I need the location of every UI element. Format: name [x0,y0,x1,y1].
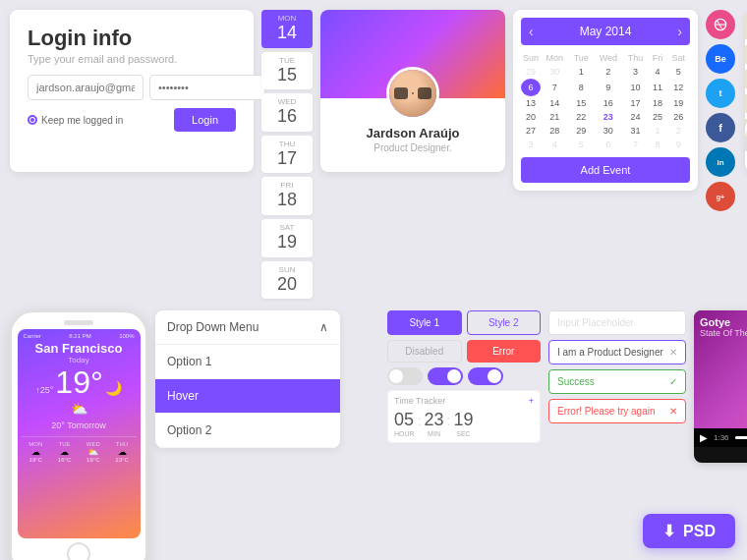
toggle-on2[interactable] [468,367,503,385]
login-title: Login info [28,26,236,51]
dropdown-option2[interactable]: Option 2 [155,414,340,448]
avatar [386,67,439,120]
tracker-display: 05 HOUR : 23 MIN : 19 SEC [394,410,534,437]
cal-day-sat[interactable]: SAT 19 [261,219,313,257]
radio-button[interactable] [28,115,37,125]
phone-mockup: Carrier 8:21 PM 100% San Francisco Today… [10,310,147,560]
cal-day-wed[interactable]: WED 16 [261,93,313,132]
status-bar: Carrier 8:21 PM 100% [22,333,137,339]
video-thumbnail: Gotye State Of The Art [694,310,747,428]
form-elements: Style 1 Style 2 Disabled Error Time Trac… [387,310,541,443]
style1-button[interactable]: Style 1 [387,310,462,335]
login-button[interactable]: Login [174,108,236,132]
input-fields: Input Placeholder I am a Product Designe… [548,310,686,423]
linkedin-icon[interactable]: in [706,147,735,177]
progress-bar[interactable] [735,436,747,439]
time-tracker: Time Tracker + 05 HOUR : 23 MIN : [387,390,541,443]
home-button[interactable] [67,542,90,560]
today-cell[interactable]: 6 [521,79,541,96]
cal-day-mon[interactable]: MON 14 [261,10,313,48]
temperature: 19° [55,364,102,401]
cal-day-tue[interactable]: TUE 15 [261,52,313,90]
cal-prev[interactable]: ‹ [529,24,534,39]
error-close-icon[interactable]: ✕ [669,406,677,417]
cal-day-thu[interactable]: THU 17 [261,136,313,174]
dropdown-card: Drop Down Menu ∧ Option 1 Hover Option 2 [155,310,340,448]
video-card: Gotye State Of The Art ▶ 1:36 -3:36 🔊 ⛶ [694,310,747,463]
phone-screen: Carrier 8:21 PM 100% San Francisco Today… [18,329,141,538]
phone-speaker [64,320,93,325]
profile-banner [320,10,505,98]
add-event-button[interactable]: Add Event [521,157,690,183]
play-button[interactable]: ▶ [700,432,708,443]
dropdown-header[interactable]: Drop Down Menu ∧ [155,310,340,345]
weekly-forecast: MON ☁ 19°C TUE ☁ 16°C WED ⛅ 16°C [22,436,137,467]
cal-day-sun[interactable]: SUN 20 [261,261,313,300]
video-controls: ▶ 1:36 -3:36 🔊 ⛶ [694,428,747,447]
dropdown-menu-card: Drop Down Menu ∧ Option 1 Hover Option 2 [155,310,340,448]
calendar-full: ‹ May 2014 › SunMonTueWedThuFriSat 29301… [513,10,698,191]
day-label: Today [22,356,137,364]
cal-day-fri[interactable]: FRI 18 [261,177,313,215]
psd-download-button[interactable]: ⬇ PSD [643,514,735,548]
email-input[interactable] [28,75,144,100]
close-icon[interactable]: ✕ [669,347,677,358]
profile-role: Product Designer. [330,142,495,153]
error-badge: Error [467,340,542,363]
toggle-on[interactable] [428,367,463,385]
tomorrow-label: 20° Tomorrow [22,420,137,430]
twitter-icon[interactable]: t [706,79,735,108]
dropdown-hover[interactable]: Hover [155,379,340,414]
tracker-plus-icon[interactable]: + [529,396,534,406]
progress-fill [735,436,747,439]
keep-logged-label[interactable]: Keep me logged in [28,115,123,126]
calendar-header: ‹ May 2014 › [521,18,690,45]
password-input[interactable] [149,75,265,100]
login-card: Login info Type your email and password.… [10,10,254,172]
checkmark-icon: ✓ [669,376,677,387]
social-icons: Be t f in g+ [706,10,737,211]
style2-button[interactable]: Style 2 [467,310,542,335]
profile-name: Jardson Araújo [330,126,495,140]
success-input: Success ✓ [548,369,686,394]
calendar-grid: SunMonTueWedThuFriSat 293012345 67891011… [521,51,690,151]
error-input: Error! Please try again ✕ [548,399,686,423]
dribbble-icon[interactable] [706,10,735,39]
filled-input[interactable]: I am a Product Designer ✕ [548,340,686,364]
current-time: 1:36 [714,433,729,442]
download-icon: ⬇ [662,522,675,540]
facebook-icon[interactable]: f [706,113,735,142]
city-name: San Francisco [22,341,137,356]
cal-next[interactable]: › [677,24,682,39]
google-plus-icon[interactable]: g+ [706,182,735,211]
dropdown-option1[interactable]: Option 1 [155,345,340,379]
calendar-strip: MON 14 TUE 15 WED 16 THU 17 FRI 18 [261,10,313,303]
empty-input[interactable]: Input Placeholder [548,310,686,335]
login-subtitle: Type your email and password. [28,53,236,65]
behance-icon[interactable]: Be [706,44,735,74]
toggle-off[interactable] [387,367,423,385]
disabled-button: Disabled [387,340,462,363]
video-title-bar: Gotye State Of The Art [700,316,747,338]
profile-card: Jardson Araújo Product Designer. [320,10,505,172]
chevron-up-icon: ∧ [319,320,328,334]
